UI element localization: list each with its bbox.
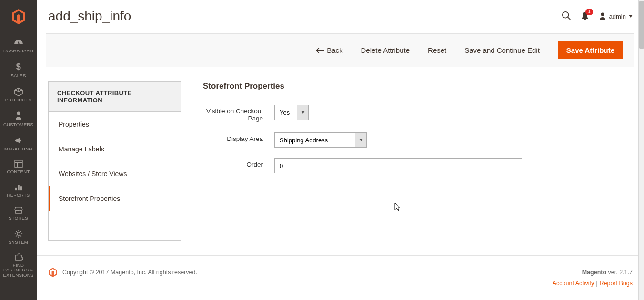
order-label: Order: [203, 158, 274, 168]
gear-icon: [14, 230, 23, 238]
search-icon[interactable]: [562, 11, 571, 22]
back-button[interactable]: Back: [316, 46, 342, 54]
nav-label: STORES: [9, 216, 28, 220]
page-header: add_ship_info 1 admin: [37, 0, 644, 33]
magento-logo-icon: [48, 267, 58, 278]
store-icon: [14, 206, 23, 214]
nav-content[interactable]: CONTENT: [0, 155, 37, 178]
order-input[interactable]: [274, 158, 522, 173]
action-toolbar: Back Delete Attribute Reset Save and Con…: [46, 33, 634, 67]
display-area-label: Display Area: [203, 132, 274, 142]
copyright: Copyright © 2017 Magento, Inc. All right…: [62, 269, 197, 276]
tab-websites[interactable]: Websites / Store Views: [49, 161, 181, 186]
dollar-icon: $: [15, 62, 22, 71]
report-bugs-link[interactable]: Report Bugs: [600, 280, 633, 287]
nav-label: CONTENT: [7, 170, 30, 174]
nav-partners[interactable]: FIND PARTNERS & EXTENSIONS: [0, 249, 37, 281]
sidepanel-title: CHECKOUT ATTRIBUTE INFORMATION: [49, 82, 181, 112]
svg-point-1: [17, 112, 20, 115]
nav-label: CUSTOMERS: [3, 122, 33, 127]
svg-rect-6: [18, 185, 20, 190]
svg-rect-2: [15, 160, 22, 167]
admin-user-menu[interactable]: admin: [599, 12, 633, 20]
nav-dashboard[interactable]: DASHBOARD: [0, 33, 37, 57]
svg-point-11: [601, 13, 604, 16]
visible-on-checkout-select[interactable]: Yes: [274, 105, 309, 120]
nav-label: REPORTS: [7, 193, 30, 198]
nav-system[interactable]: SYSTEM: [0, 225, 37, 249]
nav-customers[interactable]: CUSTOMERS: [0, 106, 37, 131]
form-area: Storefront Properties Visible on Checkou…: [203, 81, 633, 241]
tab-properties[interactable]: Properties: [49, 112, 181, 137]
notifications-button[interactable]: 1: [581, 11, 589, 22]
box-icon: [14, 87, 23, 96]
magento-logo-icon: [11, 8, 26, 25]
caret-down-icon: [629, 15, 633, 18]
caret-down-icon: [297, 105, 308, 120]
nav-label: DASHBOARD: [3, 49, 33, 53]
svg-rect-7: [20, 186, 22, 190]
nav-label: SYSTEM: [9, 240, 28, 245]
tab-storefront-properties[interactable]: Storefront Properties: [49, 186, 181, 211]
nav-marketing[interactable]: MARKETING: [0, 131, 37, 155]
svg-point-9: [562, 11, 568, 18]
nav-stores[interactable]: STORES: [0, 201, 37, 224]
delete-attribute-button[interactable]: Delete Attribute: [361, 46, 410, 54]
tab-manage-labels[interactable]: Manage Labels: [49, 137, 181, 161]
save-attribute-button[interactable]: Save Attribute: [558, 41, 623, 59]
megaphone-icon: [14, 136, 23, 145]
nav-sales[interactable]: $ SALES: [0, 57, 37, 82]
puzzle-icon: [14, 253, 23, 261]
page-scrollbar[interactable]: [638, 0, 644, 300]
footer: Copyright © 2017 Magento, Inc. All right…: [37, 255, 644, 300]
svg-line-10: [568, 17, 570, 20]
svg-point-8: [17, 232, 20, 235]
section-title: Storefront Properties: [203, 81, 633, 97]
scrollbar-thumb[interactable]: [639, 1, 644, 49]
layout-icon: [14, 160, 23, 168]
nav-products[interactable]: PRODUCTS: [0, 82, 37, 106]
attribute-tabs: CHECKOUT ATTRIBUTE INFORMATION Propertie…: [48, 81, 181, 241]
magento-logo[interactable]: [0, 0, 37, 33]
notif-badge: 1: [585, 9, 593, 15]
save-continue-button[interactable]: Save and Continue Edit: [464, 46, 540, 54]
page-title: add_ship_info: [48, 9, 131, 24]
reset-button[interactable]: Reset: [428, 46, 446, 54]
display-area-select[interactable]: Shipping Address: [274, 132, 367, 148]
nav-reports[interactable]: REPORTS: [0, 179, 37, 201]
side-nav: DASHBOARD $ SALES PRODUCTS CUSTOMERS MAR…: [0, 0, 37, 300]
nav-label: PRODUCTS: [5, 98, 32, 102]
nav-label: MARKETING: [4, 147, 32, 151]
bars-icon: [14, 183, 23, 191]
footer-brand: Magento: [582, 269, 606, 276]
nav-label: FIND PARTNERS & EXTENSIONS: [1, 263, 36, 278]
nav-label: SALES: [10, 73, 26, 78]
person-icon: [15, 111, 22, 120]
arrow-left-icon: [316, 48, 324, 53]
admin-name: admin: [609, 13, 626, 20]
svg-rect-5: [15, 188, 17, 190]
gauge-icon: [13, 38, 24, 47]
account-activity-link[interactable]: Account Activity: [553, 280, 594, 287]
caret-down-icon: [355, 133, 366, 147]
svg-text:$: $: [16, 62, 20, 72]
user-icon: [599, 12, 606, 20]
footer-version: ver. 2.1.7: [606, 269, 633, 276]
visible-on-checkout-label: Visible on Checkout Page: [203, 105, 274, 122]
